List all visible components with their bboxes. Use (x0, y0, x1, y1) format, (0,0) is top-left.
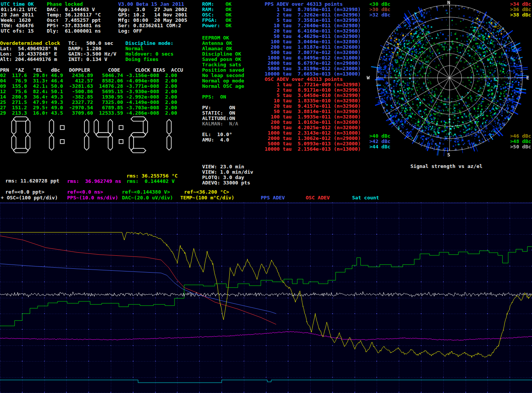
pps-adev-row: 5000 tau 3.8199e-012 (n=23000) (265, 66, 361, 71)
osc-adev-row: 200 tau 1.0163e-011 (n=32600) (265, 120, 361, 125)
osc-adev-row: 5000 tau 5.0993e-013 (n=23000) (265, 141, 361, 146)
pps-adev-row: 10000 tau 7.6653e-013 (n=13000) (265, 71, 361, 77)
rms-dac: rms: 0.144402 V (127, 179, 175, 184)
pps-adev-plot-label: PPS ADEV (261, 195, 285, 201)
osc-adev-row: 1 tau 1.7721e-009 (n=32998) (265, 82, 361, 87)
discipline-mode-label: Discipline mode: (125, 41, 173, 46)
pps-value: PPS↑ -37.833481 ns (47, 23, 101, 28)
polar-label-west: W (367, 75, 370, 81)
dbc-legend-item: >36 dBc (510, 7, 531, 12)
damp-value: DAMP: 1.200 (68, 46, 101, 51)
status-saved-posn: Saved posn OK (202, 57, 241, 62)
sat-row: 12 75.6 82.4↓ 50.1 -500.86 5695.15 -3.93… (0, 89, 177, 94)
utc-offset: UTC ofs: 15 (1, 28, 34, 34)
utc-status: UTC time OK (1, 2, 34, 7)
pps-adev-row: 2000 tau 6.6797e-012 (n=29000) (265, 61, 361, 66)
sat-row: 04 76.9 31.3↑ 46.4 412.57 8582.06 -4.094… (0, 78, 177, 84)
gps-week: Week: 1620 (1, 18, 31, 23)
amu-mask: AMU: 4.0 (202, 137, 229, 143)
osc-adev-plot-label: OSC ADEV (306, 195, 330, 201)
pps-adev-row: 100 tau 3.0404e-011 (n=32800) (265, 39, 361, 44)
pps-adev-row: 500 tau 7.8077e-012 (n=32000) (265, 50, 361, 55)
ram-status-value: OK (226, 7, 232, 12)
osc-adev-row: 20 tau 9.4157e-011 (n=32960) (265, 104, 361, 109)
gain-value: GAIN:-3.500 Hz/V (68, 51, 116, 57)
osc-adev-row: 10000 tau 2.1564e-013 (n=13000) (265, 146, 361, 152)
pps-adev-row: 50 tau 4.4629e-011 (n=32900) (265, 34, 361, 39)
log-status: Log: OFF (118, 28, 142, 34)
sat-row: 29 213.3 16.0↑ 43.5 3709.60 12533.59 -4.… (0, 110, 177, 116)
el-mask: EL: 10.0° (202, 132, 232, 137)
sat-row: 25 271.5 47.9↑ 49.3 2327.72 7325.00 -4.1… (0, 100, 177, 105)
polar-caption: Signal strength vs az/el (410, 164, 483, 169)
polar-canvas[interactable] (366, 0, 532, 161)
lon-value: Lon: 18.4337848° E (0, 51, 57, 57)
pps-adev-row: 10 tau 7.2640e-011 (n=32980) (265, 23, 361, 28)
discipline-mode-value: Normal (125, 46, 143, 51)
dbc-legend-item: >38 dBc (510, 12, 531, 18)
osc-adev-row: 2000 tau 1.3062e-012 (n=29000) (265, 136, 361, 141)
rom-status-value: OK (226, 2, 232, 7)
dly-value: Dly: 61.000001 ns (47, 28, 101, 34)
rms-temp: rms: 36.255756 °C (127, 173, 178, 179)
osc-adev-row: 50 tau 3.8814e-011 (n=32900) (265, 109, 361, 114)
history-plot-canvas[interactable] (0, 202, 532, 393)
sat-count-plot-label: Sat count (352, 195, 379, 201)
sat-row: 02 117.6 29.8↑ 46.9 2436.89 5046.74 -3.1… (0, 73, 177, 78)
view-res: VIEW: 1.0 min/div (202, 169, 253, 175)
scale-temp: TEMP~(100 m°C/div) (180, 195, 234, 201)
pps-state: PPS: ON (202, 94, 226, 100)
dbc-legend-item: >48 dBc (510, 139, 531, 144)
pps-adev-row: 200 tau 1.8187e-011 (n=32600) (265, 44, 361, 50)
osc-adev-row: 500 tau 4.2025e-012 (n=32000) (265, 125, 361, 130)
osc-value: Osc↑ 7.485257 ppt (47, 18, 101, 23)
lat-value: Lat: 54.4964928° N (0, 46, 57, 51)
ref-pps: ref=<0.0 ns> (67, 189, 103, 195)
scale-osc: + OSC=(100 ppt/div) (1, 195, 58, 201)
temp-value: Temp: 36.128117 °C (47, 12, 101, 18)
pps-adev-row: 1 tau 8.7058e-011 (n=32998) (265, 7, 361, 12)
sat-row: 14 280.9 36.4↑ 49.3 -382.85 1930.95 -2.9… (0, 94, 177, 100)
plot-queue: PLOTQ: 3.0 day (202, 175, 244, 180)
status-antenna: Antenna OK (202, 41, 232, 46)
dbc-legend-item: >30 dBc (369, 7, 390, 12)
pv-state: PV: ON (202, 105, 235, 110)
dbc-legend-item: >50 dBc (510, 144, 531, 150)
pps-adev-title: PPS ADEV over 46313 points (265, 2, 343, 7)
tc-value: TC: 500.0 sec (68, 41, 113, 46)
fpga-status-label: FPGA: (202, 18, 217, 23)
ref-temp: ref~<36.200 °C> (184, 189, 229, 195)
fpga-status-value: OK (226, 18, 232, 23)
ref-dac: ref~<0.144380 V> (122, 189, 170, 195)
status-position-saved: Position saved (202, 67, 244, 73)
scale-dac: DAC~(20.0 uV/div) (122, 195, 173, 201)
pps-adev-row: 20 tau 6.4168e-011 (n=32960) (265, 28, 361, 34)
sat-row: 09 155.0 42.1↓ 50.0 -3281.63 14876.28 -3… (0, 84, 177, 89)
status-tracking: Tracking sats (202, 62, 241, 67)
sat-table-header: PRN °AZ °EL dBc DOPPLER CODE CLOCK BIAS … (0, 67, 183, 73)
status-leap-second: No leap second (202, 73, 244, 78)
holdover-value: Holdover: 0 secs (125, 51, 173, 57)
osc-adev-row: 5 tau 3.6458e-010 (n=32990) (265, 93, 361, 98)
osc-adev-row: 10 tau 1.8335e-010 (n=32980) (265, 98, 361, 104)
polar-label-north: N (447, 0, 450, 5)
status-almanac: Almanac OK (202, 46, 232, 51)
current-time: 01:14:21 UTC (1, 7, 37, 12)
ram-status-label: RAM: (202, 7, 214, 12)
status-osc-age: Normal OSC age (202, 84, 244, 89)
osc-status-label: OSC: (202, 12, 214, 18)
pps-adev-row: 2 tau 7.3262e-011 (n=32996) (265, 12, 361, 18)
dbc-legend-item: >32 dBc (369, 12, 390, 18)
dbc-legend-item: >42 dBc (369, 139, 390, 144)
adev-queue: ADEVQ: 33000 pts (202, 180, 250, 186)
app-version: App: 3.0 27 Jun 2002 (118, 7, 187, 12)
rom-status-label: ROM: (202, 2, 214, 7)
dac-value: DAC: 0.144463 V (47, 7, 95, 12)
alt-value: Alt: 204.46449176 m (0, 57, 57, 62)
altitude-state: ALTITUDE:ON (202, 116, 235, 121)
polar-label-south: S (447, 152, 450, 158)
dbc-legend-item: >34 dBc (510, 2, 531, 7)
gps-tow: TOW: 436476 (1, 23, 34, 28)
mfg-date: Mfg: 08:00 20 May 2005 (118, 18, 187, 23)
polar-label-east: E (526, 75, 529, 81)
